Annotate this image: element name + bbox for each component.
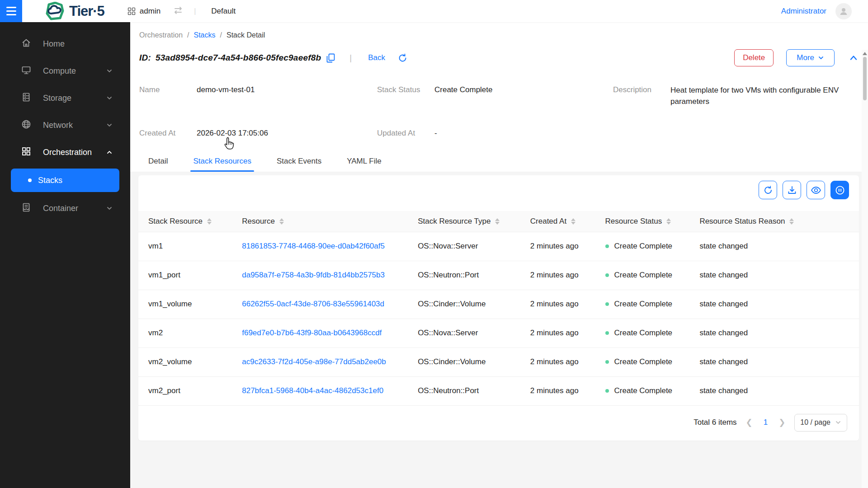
- resource-link[interactable]: ac9c2633-7f2d-405e-a98e-77dd5ab2ee0b: [242, 357, 386, 366]
- col-header-resource[interactable]: Resource: [232, 211, 408, 232]
- download-button[interactable]: [783, 181, 801, 199]
- sidebar-item-label: Orchestration: [43, 148, 92, 157]
- bullet-icon: [28, 178, 32, 182]
- cell-created-at: 2 minutes ago: [520, 347, 595, 376]
- scrollbar-up-arrow[interactable]: [863, 52, 867, 55]
- col-header-stack-resource[interactable]: Stack Resource: [138, 211, 232, 232]
- table-row: vm2_volume ac9c2633-7f2d-405e-a98e-77dd5…: [138, 347, 859, 376]
- scrollbar-thumb[interactable]: [863, 57, 867, 100]
- pagination: Total 6 items ❮ 1 ❯ 10 / page: [138, 406, 859, 441]
- cell-status: Create Complete: [614, 242, 673, 251]
- col-header-status[interactable]: Resource Status: [595, 211, 690, 232]
- detail-fields: Name demo-vm-test-01 Stack Status Create…: [139, 84, 858, 139]
- region-name[interactable]: Default: [211, 7, 236, 16]
- chevron-down-icon: [106, 67, 113, 75]
- sidebar-item-container[interactable]: Container: [0, 197, 130, 219]
- cell-created-at: 2 minutes ago: [520, 376, 595, 405]
- sidebar-item-orchestration[interactable]: Orchestration: [0, 141, 130, 163]
- tab-stack-resources[interactable]: Stack Resources: [190, 152, 254, 172]
- resource-link[interactable]: f69ed7e0-b7b6-43f9-80aa-b0643968ccdf: [242, 328, 382, 337]
- page-size-select[interactable]: 10 / page: [794, 414, 847, 432]
- updated-at-label: Updated At: [377, 128, 434, 139]
- back-link[interactable]: Back: [368, 53, 385, 62]
- hamburger-menu-button[interactable]: [0, 0, 22, 22]
- topbar-divider: |: [194, 7, 196, 15]
- cell-status-reason: state changed: [689, 319, 859, 347]
- sort-icon: [789, 218, 794, 225]
- cell-status-reason: state changed: [689, 290, 859, 319]
- prev-page-button[interactable]: ❮: [745, 418, 754, 427]
- sidebar-item-network[interactable]: Network: [0, 114, 130, 136]
- tab-yaml-file[interactable]: YAML File: [344, 152, 384, 172]
- resource-link[interactable]: da958a7f-e758-4a3b-9fdb-81d4bb2575b3: [242, 271, 385, 279]
- network-globe-icon: [21, 119, 31, 131]
- sort-icon: [495, 218, 500, 225]
- cell-stack-resource: vm2: [138, 319, 232, 347]
- col-header-status-reason[interactable]: Resource Status Reason: [689, 211, 859, 232]
- auto-refresh-pause-button[interactable]: [830, 181, 849, 199]
- current-page[interactable]: 1: [762, 418, 769, 427]
- resource-link[interactable]: 66262f55-0acf-43de-8706-83e55961403d: [242, 300, 384, 308]
- breadcrumb: Orchestration / Stacks / Stack Detail: [139, 31, 858, 39]
- col-header-created-at[interactable]: Created At: [520, 211, 595, 232]
- next-page-button[interactable]: ❯: [778, 418, 786, 427]
- sidebar-item-compute[interactable]: Compute: [0, 60, 130, 82]
- col-header-type[interactable]: Stack Resource Type: [408, 211, 520, 232]
- collapse-header-icon[interactable]: [849, 53, 858, 62]
- cell-status: Create Complete: [614, 386, 673, 395]
- project-switcher[interactable]: admin: [128, 7, 160, 16]
- cell-created-at: 2 minutes ago: [520, 232, 595, 261]
- cell-status-reason: state changed: [689, 261, 859, 290]
- cell-status: Create Complete: [614, 357, 673, 366]
- created-at-value: 2026-02-03 17:05:06: [197, 128, 268, 139]
- compute-icon: [21, 65, 31, 77]
- breadcrumb-stacks[interactable]: Stacks: [194, 31, 216, 39]
- resource-link[interactable]: 81861853-7748-4468-90ee-d0ab42f60af5: [242, 242, 385, 250]
- tab-stack-events[interactable]: Stack Events: [274, 152, 324, 172]
- home-icon: [21, 38, 31, 50]
- page-scrollbar[interactable]: [862, 50, 868, 488]
- sidebar-item-label: Network: [43, 121, 73, 130]
- refresh-icon[interactable]: [398, 53, 407, 63]
- delete-button-label: Delete: [743, 53, 765, 62]
- main-content: Orchestration / Stacks / Stack Detail ID…: [130, 22, 868, 488]
- id-row: ID: 53ad8954-dce7-4a54-b866-05fec9aeef8b…: [139, 49, 858, 66]
- detail-tabs: Detail Stack Resources Stack Events YAML…: [139, 152, 858, 172]
- cell-stack-resource: vm1: [138, 232, 232, 261]
- delete-button[interactable]: Delete: [734, 49, 774, 66]
- table-row: vm1 81861853-7748-4468-90ee-d0ab42f60af5…: [138, 232, 859, 261]
- cell-status: Create Complete: [614, 300, 673, 309]
- copy-icon[interactable]: [326, 53, 335, 63]
- resource-link[interactable]: 827bfca1-5968-40b4-a4ac-4862d53c1ef0: [242, 386, 383, 395]
- refresh-icon: [763, 185, 773, 195]
- columns-visibility-button[interactable]: [807, 181, 825, 199]
- breadcrumb-separator: /: [220, 31, 222, 39]
- table-row: vm2 f69ed7e0-b7b6-43f9-80aa-b0643968ccdf…: [138, 319, 859, 347]
- refresh-table-button[interactable]: [759, 181, 777, 199]
- cell-stack-resource: vm2_port: [138, 376, 232, 405]
- cell-status-reason: state changed: [689, 376, 859, 405]
- cell-created-at: 2 minutes ago: [520, 319, 595, 347]
- sidebar-item-label: Home: [43, 39, 65, 49]
- breadcrumb-orchestration[interactable]: Orchestration: [139, 31, 183, 39]
- user-role-link[interactable]: Administrator: [781, 7, 826, 16]
- sidebar-item-home[interactable]: Home: [0, 33, 130, 55]
- sort-icon: [279, 218, 284, 225]
- sort-icon: [666, 218, 671, 225]
- sidebar-item-storage[interactable]: Storage: [0, 87, 130, 109]
- project-grid-icon: [128, 8, 135, 15]
- avatar[interactable]: [835, 3, 852, 19]
- cell-type: OS::Neutron::Port: [408, 261, 520, 290]
- stack-resources-table: Stack Resource Resource Stack Resource T…: [138, 211, 859, 406]
- chevron-down-icon: [106, 94, 113, 102]
- storage-icon: [21, 92, 31, 104]
- tab-detail[interactable]: Detail: [146, 152, 170, 172]
- brand-logo: Tier·5: [45, 2, 104, 21]
- cell-status: Create Complete: [614, 328, 673, 338]
- switch-project-icon[interactable]: [173, 6, 183, 17]
- pause-circle-icon: [835, 185, 845, 196]
- sort-icon: [571, 218, 576, 225]
- id-label: ID:: [139, 53, 151, 63]
- sidebar-item-stacks[interactable]: Stacks: [11, 169, 119, 192]
- more-button[interactable]: More: [786, 49, 835, 66]
